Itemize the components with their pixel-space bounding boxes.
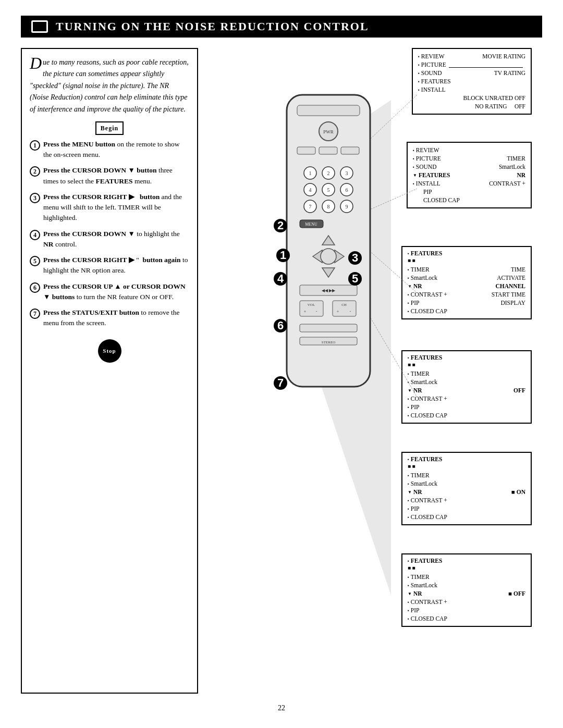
step-overlay-1: 1: [276, 249, 290, 262]
menu-row: ▪ CONTRAST +: [408, 496, 525, 504]
main-content: Due to many reasons, such as poor cable …: [21, 48, 542, 694]
step-5: 5 Press the CURSOR RIGHT ▶ " button agai…: [30, 255, 189, 276]
tv-icon: [31, 20, 48, 33]
menu-row: ▪ CLOSED CAP: [408, 513, 525, 521]
menu-row: ▪ CONTRAST + START TIME: [408, 290, 525, 299]
step-num-7: 7: [30, 309, 40, 319]
step-text-5: Press the CURSOR RIGHT ▶ " button again …: [43, 255, 189, 276]
svg-text:PWR: PWR: [323, 129, 334, 134]
step-text-1: Press the MENU button on the remote to s…: [43, 139, 189, 161]
svg-text:7: 7: [309, 204, 312, 209]
menu-row: ▪ REVIEW: [413, 146, 525, 154]
begin-badge: Begin: [95, 121, 124, 135]
menu-panel-2: ▪ REVIEW ▪ PICTURE TIMER ▪ SOUND SmartLo…: [407, 142, 532, 208]
svg-text:4: 4: [309, 187, 312, 193]
menu-row: ▪ CLOSED CAP: [408, 307, 525, 315]
menu-row: ▪ TIMER: [408, 369, 525, 378]
menu-row: ▪ REVIEW MOVIE RATING: [418, 52, 525, 60]
menu-row: ▼ NR CHANNEL: [408, 282, 525, 290]
step-overlay-7: 7: [274, 376, 287, 390]
svg-text:+: +: [304, 309, 307, 314]
svg-text:3: 3: [346, 170, 348, 176]
menu-row: ▪ TIMER: [408, 573, 525, 581]
svg-text:STEREO: STEREO: [322, 340, 335, 344]
step-1: 1 Press the MENU button on the remote to…: [30, 139, 189, 161]
step-num-1: 1: [30, 140, 40, 151]
step-overlay-4: 4: [274, 272, 287, 286]
menu-row: ▼ FEATURES NR: [413, 171, 525, 179]
menu-row: ▪ FEATURES: [418, 77, 525, 85]
svg-rect-42: [300, 324, 357, 332]
step-2: 2 Press the CURSOR DOWN ▼ button three t…: [30, 165, 189, 187]
svg-text:-: -: [350, 309, 351, 314]
step-num-5: 5: [30, 256, 40, 266]
instruction-box: Due to many reasons, such as poor cable …: [21, 48, 198, 694]
menu-row: ▪ SmartLock: [408, 581, 525, 589]
menu-row: ▪ SOUND SmartLock: [413, 163, 525, 171]
menu-row: ▪ CLOSED CAP: [408, 411, 525, 419]
step-overlay-2: 2: [274, 219, 287, 232]
step-7: 7 Press the STATUS/EXIT button to remove…: [30, 307, 189, 329]
menu-panel-6: ▪ FEATURES ■ ■ ▪ TIMER ▪ SmartLock ▼ NR …: [401, 553, 532, 627]
step-text-6: Press the CURSOR UP ▲ or CURSOR DOWN ▼ b…: [43, 281, 189, 303]
step-overlay-3: 3: [348, 251, 362, 265]
svg-text:9: 9: [346, 204, 348, 209]
page-number: 22: [21, 704, 542, 712]
svg-text:8: 8: [327, 204, 330, 209]
svg-text:+: +: [337, 309, 339, 314]
menu-row: ▼ NR OFF: [408, 386, 525, 394]
menu-row: ▪ CLOSED CAP: [408, 614, 525, 623]
menu-row: ▪ TIMER TIME: [408, 265, 525, 274]
menu-row: ▪ PICTURE TIMER: [413, 154, 525, 163]
menu-row: ▪ PIP: [408, 403, 525, 411]
menu-row: ▪ SmartLock: [408, 479, 525, 488]
page-header: Turning on the Noise Reduction Control: [21, 16, 542, 38]
step-text-2: Press the CURSOR DOWN ▼ button three tim…: [43, 165, 189, 187]
step-overlay-5: 5: [348, 272, 362, 286]
menu-row: ▪ CONTRAST +: [408, 394, 525, 403]
svg-rect-5: [319, 147, 337, 154]
page: Turning on the Noise Reduction Control D…: [0, 0, 563, 728]
menu-row: NO RATING OFF: [418, 102, 525, 110]
step-num-2: 2: [30, 166, 40, 177]
svg-text:1: 1: [309, 170, 312, 176]
step-overlay-6: 6: [274, 319, 287, 332]
step-num-6: 6: [30, 282, 40, 293]
svg-text:-: -: [316, 309, 317, 314]
menu-row: ▪ SOUND TV RATING: [418, 69, 525, 77]
intro-text: Due to many reasons, such as poor cable …: [30, 57, 189, 115]
svg-text:5: 5: [327, 187, 330, 193]
svg-text:VOL: VOL: [308, 303, 315, 307]
stop-badge: Stop: [98, 339, 121, 363]
remote-container: PWR 1 2 3 4 5 6: [271, 90, 386, 394]
drop-cap: D: [30, 57, 42, 70]
menu-row: ▪ PIP: [408, 606, 525, 614]
svg-text:CH: CH: [341, 303, 347, 307]
menu-row-nr-off: ▼ NR ■ OFF: [408, 589, 525, 598]
svg-rect-6: [341, 147, 359, 154]
menu-row: ▪ INSTALL: [418, 85, 525, 94]
svg-text:6: 6: [346, 187, 348, 193]
svg-text:◀◀  ▶▶: ◀◀ ▶▶: [322, 288, 336, 293]
step-text-3: Press the CURSOR RIGHT ▶ button and the …: [43, 192, 189, 224]
right-area: PWR 1 2 3 4 5 6: [209, 48, 542, 694]
svg-text:MENU: MENU: [305, 222, 317, 227]
menu-row: ▪ INSTALL CONTRAST +: [413, 179, 525, 188]
menu-panel-1: ▪ REVIEW MOVIE RATING ▪ PICTURE ▪ SOUND …: [412, 48, 532, 115]
menu-row: ▪ CONTRAST +: [408, 598, 525, 606]
menu-row: CLOSED CAP: [413, 196, 525, 204]
step-3: 3 Press the CURSOR RIGHT ▶ button and th…: [30, 192, 189, 224]
menu-panel-5: ▪ FEATURES ■ ■ ▪ TIMER ▪ SmartLock ▼ NR …: [401, 452, 532, 525]
step-text-4: Press the CURSOR DOWN ▼ to highlight the…: [43, 229, 189, 250]
svg-point-31: [321, 249, 336, 264]
svg-rect-1: [297, 105, 360, 116]
menu-panel-4: ▪ FEATURES ■ ■ ▪ TIMER ▪ SmartLock ▼ NR …: [401, 350, 532, 424]
menu-panel-3: ▪ FEATURES ■ ■ ▪ TIMER TIME ▪ SmartLock …: [401, 246, 532, 319]
menu-row: ▪ PIP: [408, 504, 525, 513]
step-text-7: Press the STATUS/EXIT button to remove t…: [43, 307, 189, 329]
svg-rect-4: [297, 147, 315, 154]
page-title: Turning on the Noise Reduction Control: [56, 20, 369, 33]
step-4: 4 Press the CURSOR DOWN ▼ to highlight t…: [30, 229, 189, 250]
step-num-3: 3: [30, 193, 40, 203]
menu-row: ▪ SmartLock: [408, 378, 525, 386]
